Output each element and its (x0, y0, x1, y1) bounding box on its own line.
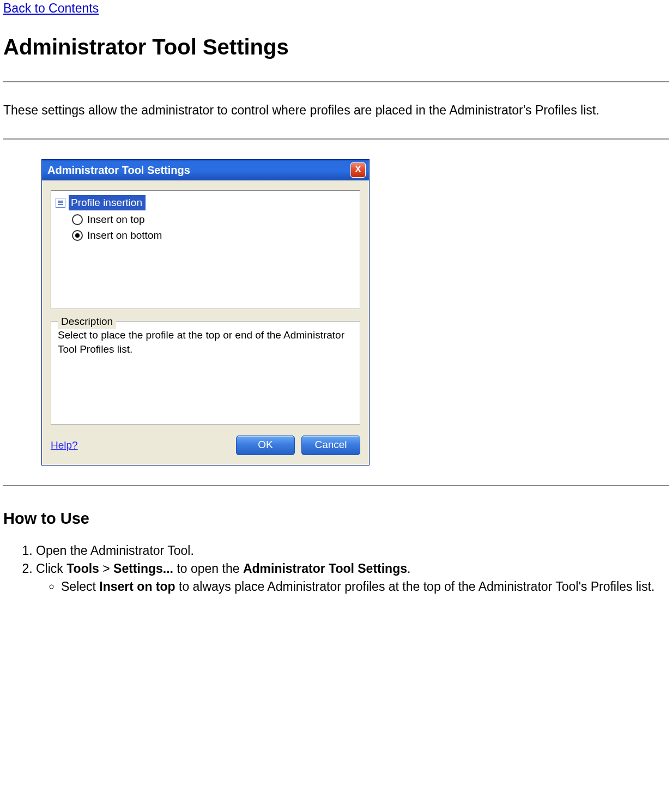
group-label: Profile insertion (69, 195, 146, 210)
step-text: . (407, 561, 410, 576)
screenshot-dialog: Administrator Tool Settings X Profile in… (41, 159, 368, 466)
back-to-contents-link[interactable]: Back to Contents (3, 1, 99, 15)
divider (3, 485, 669, 486)
description-text: Select to place the profile at the top o… (58, 328, 353, 356)
step-text: > (99, 561, 113, 576)
options-listbox[interactable]: Profile insertion Insert on top Insert o… (51, 190, 360, 309)
step-item: Open the Administrator Tool. (36, 542, 669, 559)
how-to-use-heading: How to Use (3, 508, 669, 529)
radio-insert-on-top[interactable]: Insert on top (72, 213, 355, 227)
help-link[interactable]: Help? (51, 438, 78, 452)
step-text: to open the (173, 561, 243, 576)
radio-icon (72, 230, 83, 241)
dialog-title: Administrator Tool Settings (47, 163, 190, 178)
substep-text: Select (61, 579, 99, 594)
radio-insert-on-bottom[interactable]: Insert on bottom (72, 228, 355, 243)
settings-dialog: Administrator Tool Settings X Profile in… (41, 159, 370, 466)
list-icon (56, 198, 65, 208)
step-bold: Administrator Tool Settings (243, 561, 407, 576)
substep-text: to always place Administrator profiles a… (175, 579, 655, 594)
radio-label: Insert on bottom (87, 228, 162, 243)
divider (3, 81, 669, 82)
substep-bold: Insert on top (99, 579, 175, 594)
substep-item: Select Insert on top to always place Adm… (61, 578, 669, 595)
description-groupbox: Description Select to place the profile … (51, 321, 360, 425)
dialog-titlebar: Administrator Tool Settings X (42, 160, 369, 180)
dialog-body: Profile insertion Insert on top Insert o… (42, 180, 369, 465)
steps-list: Open the Administrator Tool. Click Tools… (3, 542, 669, 595)
step-bold: Settings... (113, 561, 173, 576)
intro-text: These settings allow the administrator t… (3, 102, 669, 119)
close-icon[interactable]: X (350, 162, 366, 178)
divider (3, 138, 669, 140)
step-item: Click Tools > Settings... to open the Ad… (36, 560, 669, 595)
group-profile-insertion[interactable]: Profile insertion (56, 195, 355, 210)
cancel-button[interactable]: Cancel (301, 436, 360, 455)
substeps-list: Select Insert on top to always place Adm… (36, 578, 669, 595)
description-legend: Description (58, 315, 116, 329)
radio-label: Insert on top (87, 213, 145, 227)
ok-button[interactable]: OK (236, 436, 295, 455)
page-title: Administrator Tool Settings (3, 32, 669, 62)
radio-icon (72, 214, 83, 225)
step-text: Click (36, 561, 66, 576)
step-bold: Tools (66, 561, 99, 576)
